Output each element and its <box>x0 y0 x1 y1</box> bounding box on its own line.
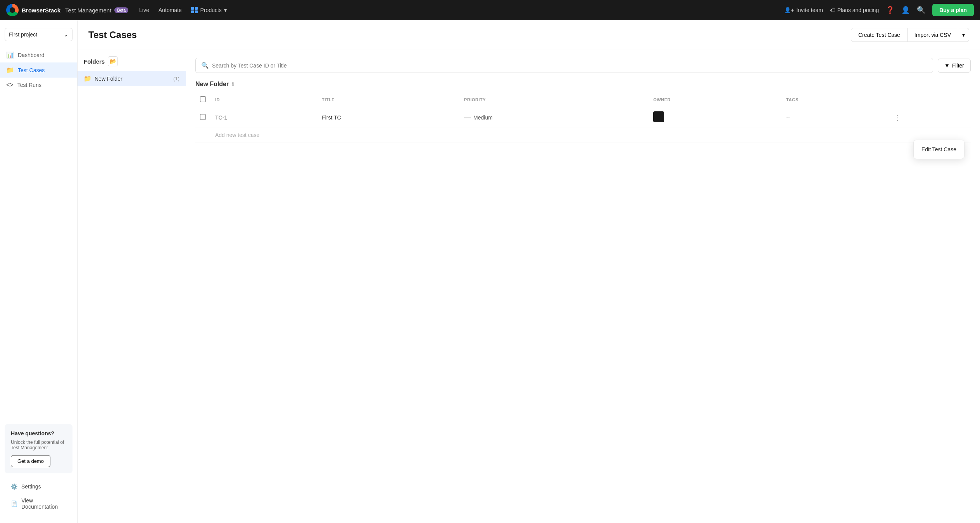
product-name: Test Management <box>65 7 111 14</box>
cell-priority: — Medium <box>459 107 649 128</box>
owner-avatar <box>653 111 664 122</box>
chevron-down-icon: ▾ <box>224 7 227 13</box>
create-test-case-button[interactable]: Create Test Case <box>851 28 908 42</box>
sidebar-item-label: Test Cases <box>18 67 45 73</box>
search-box: 🔍 <box>195 58 933 73</box>
folders-label: Folders <box>84 58 105 65</box>
topnav-links: Live Automate Products ▾ <box>139 7 227 13</box>
invite-team-button[interactable]: 👤+ Invite team <box>784 7 823 13</box>
add-test-case-row[interactable]: Add new test case <box>195 128 971 142</box>
folders-panel: Folders 📂 📁 New Folder (1) <box>78 50 186 523</box>
topnav: BrowserStack Test Management Beta Live A… <box>0 0 980 20</box>
cell-title: First TC <box>317 107 459 128</box>
docs-icon: 📄 <box>11 500 17 507</box>
sidebar-item-docs[interactable]: 📄 View Documentation <box>5 494 72 514</box>
chevron-down-icon: ⌄ <box>64 31 68 38</box>
folder-section-title: New Folder <box>195 81 229 88</box>
test-cases-panel: 🔍 ▼ Filter New Folder ℹ <box>186 50 980 523</box>
content-area: Folders 📂 📁 New Folder (1) 🔍 <box>78 50 980 523</box>
invite-icon: 👤+ <box>784 7 794 13</box>
sidebar-item-dashboard[interactable]: 📊 Dashboard <box>0 47 77 62</box>
test-runs-icon: <> <box>6 81 14 88</box>
tag-icon: 🏷 <box>830 7 835 13</box>
products-grid-icon <box>191 7 198 13</box>
folders-header: Folders 📂 <box>78 56 186 71</box>
layout: First project ⌄ 📊 Dashboard 📁 Test Cases… <box>0 20 980 523</box>
folder-item[interactable]: 📁 New Folder (1) <box>78 71 186 86</box>
live-link[interactable]: Live <box>139 7 149 13</box>
sidebar-item-test-cases[interactable]: 📁 Test Cases <box>0 62 77 78</box>
filter-icon: ▼ <box>944 62 950 69</box>
get-demo-button[interactable]: Get a demo <box>11 455 50 467</box>
sidebar-item-settings[interactable]: ⚙️ Settings <box>5 480 72 494</box>
add-test-case-label[interactable]: Add new test case <box>210 128 971 142</box>
beta-badge: Beta <box>114 7 128 13</box>
info-icon[interactable]: ℹ <box>232 81 234 87</box>
test-cases-table: ID TITLE PRIORITY OWNER TAGS <box>195 92 971 142</box>
brand-name: BrowserStack <box>22 7 60 14</box>
settings-icon: ⚙️ <box>11 483 17 490</box>
sidebar-item-label: Dashboard <box>18 52 45 58</box>
sidebar-bottom: Have questions? Unlock the full potentia… <box>0 419 77 518</box>
automate-link[interactable]: Automate <box>159 7 182 13</box>
cell-id: TC-1 <box>210 107 317 128</box>
search-row: 🔍 ▼ Filter <box>195 58 971 73</box>
help-icon[interactable]: ❓ <box>886 6 894 14</box>
cell-owner <box>649 107 782 128</box>
buy-plan-button[interactable]: Buy a plan <box>932 4 974 16</box>
search-icon: 🔍 <box>201 62 209 69</box>
folder-name: New Folder <box>95 76 170 82</box>
search-icon[interactable]: 🔍 <box>917 6 925 14</box>
folder-section-header: New Folder ℹ <box>195 81 971 88</box>
filter-button[interactable]: ▼ Filter <box>938 59 971 73</box>
folder-add-icon: 📂 <box>110 58 116 64</box>
context-menu: Edit Test Case <box>913 140 964 159</box>
sidebar-nav: 📊 Dashboard 📁 Test Cases <> Test Runs <box>0 47 77 419</box>
folder-count: (1) <box>173 76 179 81</box>
row-checkbox[interactable] <box>200 114 206 120</box>
col-header-title: TITLE <box>317 92 459 107</box>
table-row: TC-1 First TC — Medium -- <box>195 107 971 128</box>
col-header-tags: TAGS <box>782 92 889 107</box>
select-all-checkbox[interactable] <box>200 96 206 102</box>
header-actions: Create Test Case Import via CSV ▾ <box>851 28 969 42</box>
import-caret-button[interactable]: ▾ <box>958 28 969 42</box>
col-header-id: ID <box>210 92 317 107</box>
folder-icon: 📁 <box>84 75 91 82</box>
context-menu-edit[interactable]: Edit Test Case <box>914 142 964 156</box>
import-csv-button[interactable]: Import via CSV <box>908 28 958 42</box>
main-content: Test Cases Create Test Case Import via C… <box>78 20 980 523</box>
project-name: First project <box>9 31 37 38</box>
questions-card: Have questions? Unlock the full potentia… <box>5 424 72 473</box>
page-header: Test Cases Create Test Case Import via C… <box>78 20 980 50</box>
dashboard-icon: 📊 <box>6 51 14 59</box>
logo-icon <box>6 4 19 16</box>
col-header-owner: OWNER <box>649 92 782 107</box>
sidebar: First project ⌄ 📊 Dashboard 📁 Test Cases… <box>0 20 78 523</box>
page-title: Test Cases <box>88 29 137 40</box>
plans-pricing-link[interactable]: 🏷 Plans and pricing <box>830 7 879 13</box>
sidebar-item-test-runs[interactable]: <> Test Runs <box>0 78 77 92</box>
sidebar-item-label: Test Runs <box>17 82 41 88</box>
account-icon[interactable]: 👤 <box>901 6 910 14</box>
col-header-priority: PRIORITY <box>459 92 649 107</box>
cell-tags: -- <box>782 107 889 128</box>
products-button[interactable]: Products ▾ <box>191 7 227 13</box>
project-selector[interactable]: First project ⌄ <box>5 28 72 41</box>
search-input[interactable] <box>212 62 927 69</box>
priority-dash-icon: — <box>464 113 471 121</box>
questions-title: Have questions? <box>11 430 66 436</box>
test-cases-icon: 📁 <box>6 66 14 74</box>
logo-area: BrowserStack Test Management Beta <box>6 4 128 16</box>
row-more-button[interactable]: ⋮ <box>894 113 901 122</box>
topnav-actions: 👤+ Invite team 🏷 Plans and pricing ❓ 👤 🔍… <box>784 4 974 16</box>
questions-text: Unlock the full potential of Test Manage… <box>11 440 66 450</box>
add-folder-button[interactable]: 📂 <box>108 56 118 66</box>
